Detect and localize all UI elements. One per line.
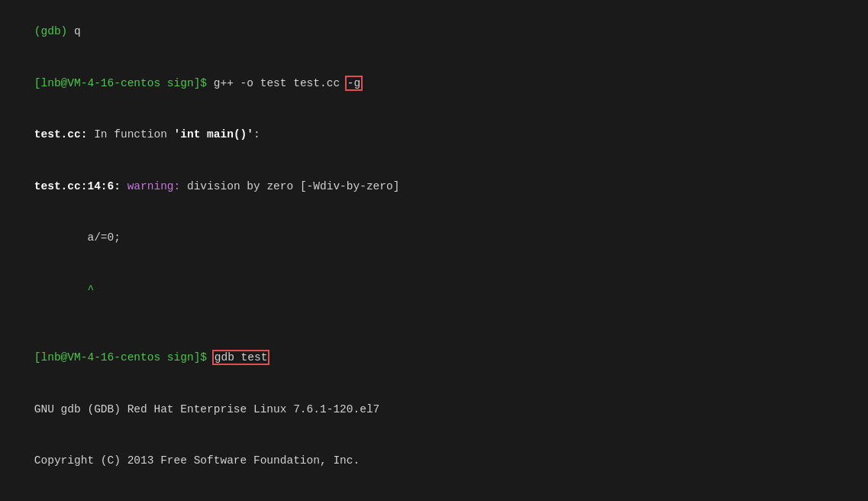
terminal: (gdb) q [lnb@VM-4-16-centos sign]$ g++ -…: [0, 0, 868, 501]
compile-cmd-text: g++ -o test test.cc: [214, 77, 347, 89]
line-copyright: Copyright (C) 2013 Free Software Foundat…: [8, 435, 860, 486]
gdb-test-highlight: gdb test: [214, 351, 269, 364]
shell-prompt-2: [lnb@VM-4-16-centos sign]$: [34, 351, 214, 364]
line-code-azero: a/=0;: [8, 212, 860, 263]
shell-prompt-1: [lnb@VM-4-16-centos sign]$: [34, 77, 214, 89]
line-compile-command: [lnb@VM-4-16-centos sign]$ g++ -o test t…: [8, 57, 860, 108]
flag-g-highlight: -g: [347, 77, 361, 89]
line-gdb-q: (gdb) q: [8, 6, 860, 57]
line-caret: ^: [8, 263, 860, 315]
line-license: License GPLv3+: GNU GPL version 3 or lat…: [8, 486, 860, 501]
line-gdb-command: [lnb@VM-4-16-centos sign]$ gdb test: [8, 332, 860, 383]
gdb-prompt: (gdb): [34, 25, 74, 37]
line-in-function: test.cc: In function 'int main()':: [8, 109, 860, 160]
line-warning: test.cc:14:6: warning: division by zero …: [8, 160, 860, 212]
line-gnu-gdb: GNU gdb (GDB) Red Hat Enterprise Linux 7…: [8, 383, 860, 435]
line-blank-1: [8, 315, 860, 331]
